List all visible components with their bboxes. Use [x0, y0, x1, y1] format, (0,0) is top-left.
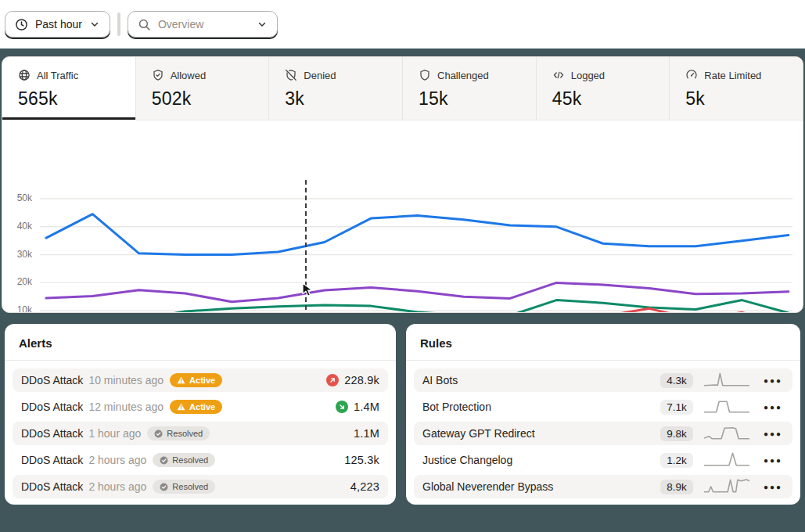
alert-value: 4,223 [350, 480, 379, 493]
ellipsis-icon[interactable]: ●●● [762, 481, 784, 493]
time-range-label: Past hour [35, 18, 82, 31]
topbar-divider [117, 13, 120, 36]
time-range-select[interactable]: Past hour [5, 11, 110, 38]
ellipsis-icon[interactable]: ●●● [762, 455, 784, 466]
alert-title: DDoS Attack [21, 427, 83, 440]
y-tick-label: 50k [5, 192, 32, 203]
view-select-value: Overview [158, 18, 250, 31]
y-tick-label: 20k [5, 276, 32, 287]
tab-all-traffic[interactable]: All Traffic 565k [2, 57, 136, 120]
status-label: Resolved [172, 455, 208, 465]
alert-row[interactable]: DDoS Attack 1 hour ago Resolved 1.1M [13, 422, 388, 445]
tab-denied[interactable]: Denied 3k [269, 57, 403, 120]
warning-triangle-icon [177, 403, 185, 411]
chevron-down-icon [89, 19, 100, 30]
chart-canvas [2, 176, 803, 313]
rule-name: AI Bots [422, 374, 660, 386]
status-label: Active [189, 376, 215, 385]
rule-row[interactable]: Gateway GPT Redirect 9.8k ●●● [414, 422, 792, 445]
tab-challenged[interactable]: Challenged 15k [403, 57, 537, 120]
tab-value: 502k [152, 88, 269, 110]
alert-time: 10 minutes ago [88, 374, 164, 386]
alert-row[interactable]: DDoS Attack 10 minutes ago Active 228.9k [13, 368, 388, 392]
rule-sparkline [704, 425, 749, 442]
warning-triangle-icon [177, 376, 185, 384]
alert-title: DDoS Attack [21, 374, 83, 386]
alerts-panel: Alerts DDoS Attack 10 minutes ago Active… [5, 324, 396, 505]
series-purple [46, 282, 789, 301]
status-badge-resolved: Resolved [153, 453, 215, 467]
topbar: Past hour Overview [0, 0, 805, 49]
check-circle-icon [160, 483, 168, 491]
status-badge-resolved: Resolved [147, 426, 210, 440]
trend-up-icon [326, 374, 339, 386]
shield-off-icon [285, 69, 297, 81]
rules-list: AI Bots 4.3k ●●● Bot Protection 7.1k ●●●… [406, 361, 800, 498]
ellipsis-icon[interactable]: ●●● [762, 401, 784, 413]
tab-value: 15k [419, 88, 536, 110]
tab-label: Allowed [171, 70, 207, 81]
rule-sparkline [704, 398, 749, 415]
status-label: Resolved [172, 482, 208, 491]
rule-row[interactable]: Bot Protection 7.1k ●●● [414, 395, 792, 419]
status-badge-resolved: Resolved [153, 480, 215, 494]
trend-down-icon [336, 401, 348, 413]
code-icon [552, 69, 565, 81]
tab-label: Rate Limited [704, 70, 761, 81]
tab-value: 3k [285, 88, 402, 110]
rule-row[interactable]: AI Bots 4.3k ●●● [414, 368, 792, 392]
tab-allowed[interactable]: Allowed 502k [136, 57, 270, 120]
alert-row[interactable]: DDoS Attack 2 hours ago Resolved 125.3k [13, 448, 388, 472]
rule-row[interactable]: Justice Changelog 1.2k ●●● [414, 448, 792, 472]
alert-row[interactable]: DDoS Attack 2 hours ago Resolved 4,223 [13, 475, 388, 498]
status-label: Resolved [167, 429, 203, 438]
alert-time: 2 hours ago [88, 480, 146, 493]
status-label: Active [189, 402, 215, 412]
alerts-title: Alerts [5, 324, 396, 361]
rule-value: 4.3k [660, 373, 693, 388]
rule-name: Bot Protection [422, 401, 660, 413]
tab-logged[interactable]: Logged 45k [537, 57, 670, 120]
tab-value: 45k [552, 88, 670, 110]
alert-value: 228.9k [344, 374, 379, 386]
rule-name: Global Neverender Bypass [422, 480, 660, 493]
search-icon [138, 18, 151, 31]
rule-value: 7.1k [660, 400, 693, 415]
alerts-list: DDoS Attack 10 minutes ago Active 228.9k… [5, 361, 396, 498]
metric-tabs: All Traffic 565k Allowed 502k [2, 57, 803, 120]
traffic-overview-card: All Traffic 565k Allowed 502k [2, 56, 803, 313]
ellipsis-icon[interactable]: ●●● [762, 428, 784, 440]
dashboard-page: Past hour Overview All Tra [0, 0, 805, 532]
check-circle-icon [160, 456, 168, 465]
tab-label: All Traffic [37, 70, 78, 81]
tab-label: Challenged [437, 70, 489, 81]
rule-sparkline [704, 478, 749, 495]
y-tick-label: 40k [5, 221, 32, 232]
ellipsis-icon[interactable]: ●●● [762, 375, 784, 386]
mouse-cursor-icon [300, 282, 314, 297]
rule-row[interactable]: Global Neverender Bypass 8.9k ●●● [414, 475, 792, 498]
alert-value: 1.4M [354, 401, 379, 413]
rule-name: Justice Changelog [422, 454, 660, 466]
tab-label: Logged [571, 70, 605, 81]
rules-title: Rules [406, 324, 800, 361]
alert-time: 12 minutes ago [88, 401, 164, 413]
alert-row[interactable]: DDoS Attack 12 minutes ago Active 1.4M [13, 395, 388, 419]
alert-time: 2 hours ago [88, 454, 146, 466]
alert-title: DDoS Attack [21, 454, 83, 466]
gauge-icon [685, 69, 698, 81]
check-circle-icon [154, 430, 163, 438]
alert-title: DDoS Attack [21, 480, 83, 493]
y-tick-label: 10k [5, 304, 32, 313]
y-tick-label: 30k [5, 249, 32, 260]
tab-rate-limited[interactable]: Rate Limited 5k [670, 57, 803, 120]
globe-icon [18, 69, 31, 81]
rule-sparkline [704, 451, 749, 469]
traffic-line-chart[interactable]: 0k10k20k30k40k50k 1:00 AM1:15 AM1:30 AM1… [2, 176, 803, 313]
view-select[interactable]: Overview [128, 11, 278, 38]
alert-time: 1 hour ago [88, 427, 141, 440]
rule-value: 1.2k [660, 453, 693, 468]
clock-icon [15, 18, 28, 31]
tab-label: Denied [304, 70, 336, 81]
rule-sparkline [704, 372, 749, 389]
